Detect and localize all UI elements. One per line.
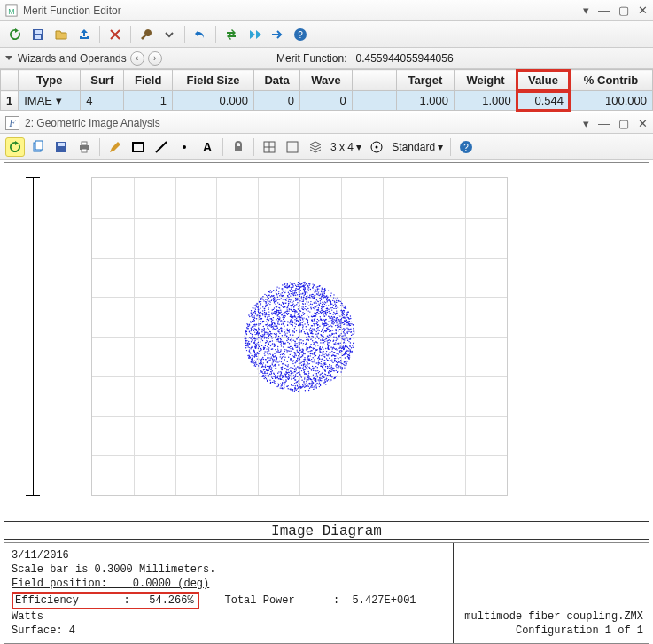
lock-icon[interactable]: [229, 137, 248, 157]
plot-caption-text: Image Diagram: [4, 524, 649, 540]
save-icon[interactable]: [28, 25, 48, 44]
mf-label-text: Merit Function:: [276, 52, 346, 65]
mf-value: 0.455944055944056: [355, 52, 453, 65]
dropdown-icon[interactable]: ▾: [583, 117, 589, 130]
plot-area[interactable]: Image Diagram: [4, 162, 649, 543]
svg-point-21: [376, 145, 378, 148]
cell-wave[interactable]: 0: [300, 91, 353, 111]
col-contrib[interactable]: % Contrib: [570, 70, 653, 91]
info-file: multimode fiber coupling.ZMX: [459, 609, 643, 624]
col-rownum: [1, 70, 19, 91]
cell-target[interactable]: 1.000: [396, 91, 454, 111]
col-weight[interactable]: Weight: [455, 70, 517, 91]
maximize-icon[interactable]: ▢: [618, 117, 629, 130]
open-icon[interactable]: [51, 25, 71, 44]
svg-rect-19: [287, 142, 298, 152]
app-icon: M: [5, 4, 18, 17]
nav-prev-icon[interactable]: ‹: [130, 51, 144, 66]
save-icon[interactable]: [51, 137, 71, 157]
export-icon[interactable]: [74, 25, 94, 44]
mfe-table[interactable]: Type Surf Field Field Size Data Wave Tar…: [0, 69, 653, 111]
expand-icon[interactable]: [5, 56, 12, 60]
dropdown-icon[interactable]: ▾: [583, 4, 589, 17]
minimize-icon[interactable]: —: [598, 4, 610, 17]
info-block: 3/11/2016 Scale bar is 0.3000 Millimeter…: [4, 543, 649, 644]
line-icon[interactable]: [152, 137, 171, 157]
chevron-down-icon[interactable]: [159, 25, 179, 44]
cell-type[interactable]: IMAE ▾: [19, 91, 81, 111]
cell-rownum[interactable]: 1: [1, 91, 19, 111]
col-surf[interactable]: Surf: [81, 70, 124, 91]
col-target[interactable]: Target: [396, 70, 454, 91]
print-icon[interactable]: [74, 137, 94, 157]
svg-rect-8: [35, 141, 43, 150]
svg-rect-10: [58, 143, 65, 146]
tpw-sep: :: [333, 594, 339, 607]
marker-icon[interactable]: [175, 137, 194, 157]
col-wave[interactable]: Wave: [300, 70, 353, 91]
refresh-icon[interactable]: [5, 137, 25, 157]
pencil-icon[interactable]: [105, 137, 125, 157]
info-scale: Scale bar is 0.3000 Millimeters.: [12, 563, 446, 577]
maximize-icon[interactable]: ▢: [618, 4, 629, 17]
cell-surf[interactable]: 4: [81, 91, 124, 111]
info-right: multimode fiber coupling.ZMX Configurati…: [454, 543, 649, 643]
window-maximize-icon[interactable]: [283, 137, 302, 157]
col-field[interactable]: Field: [124, 70, 173, 91]
grid-size-label: 3 x 4 ▾: [330, 141, 361, 153]
rect-icon[interactable]: [128, 137, 148, 157]
cell-fieldsize[interactable]: 0.000: [173, 91, 254, 111]
cell-field[interactable]: 1: [124, 91, 173, 111]
refresh-icon[interactable]: [5, 25, 25, 44]
swap-icon[interactable]: [222, 25, 241, 44]
arrow-right-icon[interactable]: [268, 25, 287, 44]
window-split-icon[interactable]: [260, 137, 279, 157]
cell-data[interactable]: 0: [254, 91, 300, 111]
cell-value[interactable]: 0.544: [517, 91, 569, 111]
mfe-title: Merit Function Editor: [23, 4, 121, 17]
grid-size-dropdown[interactable]: 3 x 4 ▾: [329, 141, 363, 153]
delete-icon[interactable]: [105, 25, 125, 44]
minimize-icon[interactable]: —: [598, 117, 610, 130]
eff-label: Efficiency: [15, 594, 79, 607]
close-icon[interactable]: ✕: [638, 4, 648, 17]
layers-icon[interactable]: [306, 137, 325, 157]
info-field-label: Field position:: [12, 578, 107, 590]
cell-blank: [352, 91, 396, 111]
col-value[interactable]: Value: [517, 70, 569, 91]
copy-icon[interactable]: [28, 137, 48, 157]
svg-rect-14: [133, 143, 144, 151]
undo-icon[interactable]: [190, 25, 210, 44]
eff-value: 54.266%: [149, 594, 193, 607]
cell-contrib[interactable]: 100.000: [570, 91, 653, 111]
gia-titlebar: F 2: Geometric Image Analysis ▾ — ▢ ✕: [0, 113, 653, 134]
help-icon[interactable]: ?: [456, 137, 476, 157]
col-fieldsize[interactable]: Field Size: [173, 70, 254, 91]
step-forward-icon[interactable]: [245, 25, 264, 44]
target-icon[interactable]: [367, 137, 386, 157]
view-mode-label: Standard ▾: [392, 141, 443, 153]
mfe-window-controls: ▾ — ▢ ✕: [583, 4, 648, 17]
info-date: 3/11/2016: [12, 548, 446, 563]
info-field: Field position: 0.0000 (deg): [12, 577, 446, 591]
gia-window-controls: ▾ — ▢ ✕: [583, 117, 648, 130]
text-icon[interactable]: A: [198, 137, 217, 157]
help-icon[interactable]: ?: [291, 25, 310, 44]
svg-rect-13: [82, 149, 87, 152]
analysis-icon: F: [5, 116, 19, 130]
eff-sep: :: [123, 594, 129, 607]
cell-weight[interactable]: 1.000: [455, 91, 517, 111]
mfe-titlebar: M Merit Function Editor ▾ — ▢ ✕: [0, 0, 653, 21]
tools-icon[interactable]: [136, 25, 156, 44]
close-icon[interactable]: ✕: [638, 117, 648, 130]
nav-next-icon[interactable]: ›: [148, 51, 162, 66]
tpw-label: Total Power: [224, 594, 294, 607]
mf-label: Merit Function: 0.455944055944056: [276, 52, 533, 65]
view-mode-dropdown[interactable]: Standard ▾: [390, 141, 445, 153]
col-data[interactable]: Data: [254, 70, 300, 91]
svg-text:?: ?: [464, 143, 470, 152]
scale-bar: [26, 177, 40, 496]
col-type[interactable]: Type: [19, 70, 81, 91]
table-row[interactable]: 1 IMAE ▾ 4 1 0.000 0 0 1.000 1.000 0.544…: [1, 91, 653, 111]
wizards-label[interactable]: Wizards and Operands: [18, 52, 127, 65]
